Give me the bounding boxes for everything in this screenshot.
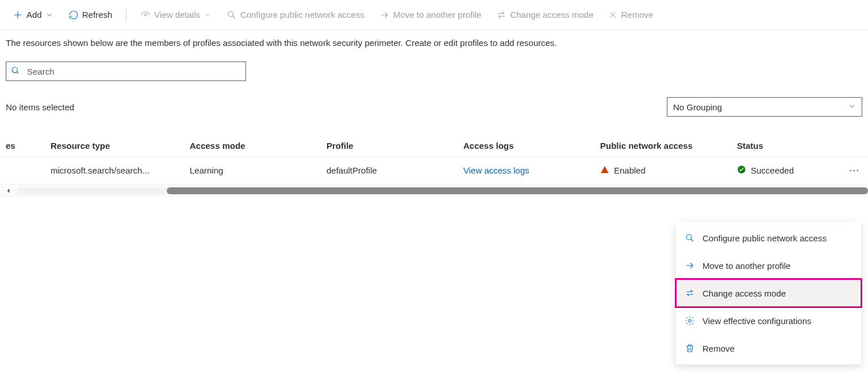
warning-icon (600, 165, 609, 176)
menu-label: Move to another profile (702, 261, 790, 271)
cell-access-mode: Learning (190, 166, 327, 175)
search-wrap (0, 53, 868, 81)
resources-table: es Resource type Access mode Profile Acc… (0, 121, 868, 197)
search-icon (11, 66, 20, 77)
menu-label: Configure public network access (702, 233, 827, 243)
refresh-button[interactable]: Refresh (63, 6, 118, 24)
col-status[interactable]: Status (737, 141, 843, 151)
success-icon (737, 165, 746, 176)
col-resource-type[interactable]: Resource type (51, 141, 190, 151)
scroll-track[interactable] (17, 187, 868, 194)
chevron-down-icon (203, 11, 212, 19)
col-pna[interactable]: Public network access (600, 141, 737, 151)
globe-config-icon (226, 10, 237, 20)
refresh-label: Refresh (82, 10, 113, 20)
view-access-logs-link[interactable]: View access logs (463, 166, 529, 175)
gear-icon (684, 315, 696, 326)
separator (126, 9, 126, 21)
search-box[interactable] (6, 61, 246, 81)
svg-point-5 (689, 320, 692, 322)
change-access-button: Change access mode (490, 6, 599, 24)
cell-profile: defaultProfile (327, 166, 463, 175)
scroll-left-arrow[interactable] (0, 187, 17, 194)
row-more-button[interactable]: ··· (849, 166, 860, 175)
menu-label: Change access mode (702, 288, 786, 298)
cell-pna: Enabled (614, 166, 646, 175)
grouping-value: No Grouping (673, 102, 722, 112)
menu-view-effective[interactable]: View effective configurations (676, 307, 861, 334)
swap-icon (496, 10, 506, 20)
configure-pna-button: Configure public network access (221, 6, 370, 24)
remove-label: Remove (621, 10, 653, 20)
grouping-select[interactable]: No Grouping (667, 97, 862, 117)
col-access-logs[interactable]: Access logs (463, 141, 600, 151)
table-row[interactable]: microsoft.search/search... Learning defa… (0, 157, 868, 184)
menu-configure-pna[interactable]: Configure public network access (676, 224, 861, 252)
menu-label: Remove (702, 344, 735, 353)
arrow-right-icon (684, 260, 696, 271)
eye-icon (140, 10, 151, 20)
selection-text: No items selected (6, 102, 74, 112)
add-button[interactable]: Add (7, 6, 59, 24)
menu-label: View effective configurations (702, 316, 812, 326)
remove-button: Remove (602, 6, 659, 23)
cell-status: Succeeded (751, 166, 794, 175)
add-label: Add (26, 10, 42, 20)
globe-config-icon (684, 233, 696, 243)
refresh-icon (68, 10, 79, 20)
arrow-right-icon (379, 10, 390, 20)
description-text: The resources shown below are the member… (0, 30, 868, 53)
svg-point-0 (145, 14, 147, 16)
scroll-thumb[interactable] (167, 187, 868, 194)
trash-icon (684, 343, 696, 353)
chevron-down-icon (45, 11, 53, 19)
command-bar: Add Refresh View details Configure publi… (0, 0, 868, 30)
view-details-label: View details (154, 10, 200, 20)
horizontal-scrollbar[interactable] (0, 184, 868, 197)
view-details-button: View details (135, 6, 217, 24)
plus-icon (13, 10, 23, 20)
search-input[interactable] (26, 66, 241, 77)
menu-move-profile[interactable]: Move to another profile (676, 252, 861, 279)
col-profile[interactable]: Profile (327, 141, 463, 151)
col-es[interactable]: es (0, 141, 51, 151)
svg-point-2 (12, 67, 17, 72)
table-header: es Resource type Access mode Profile Acc… (0, 135, 868, 157)
chevron-down-icon (848, 102, 856, 112)
menu-change-access[interactable]: Change access mode (676, 279, 861, 307)
swap-icon (684, 288, 696, 298)
move-profile-label: Move to another profile (393, 10, 481, 20)
close-icon (608, 10, 617, 20)
col-access-mode[interactable]: Access mode (190, 141, 327, 151)
change-access-label: Change access mode (510, 10, 593, 20)
selection-row: No items selected No Grouping (0, 81, 868, 121)
menu-remove[interactable]: Remove (676, 334, 861, 362)
configure-pna-label: Configure public network access (240, 10, 364, 20)
cell-resource-type: microsoft.search/search... (51, 166, 190, 175)
move-profile-button: Move to another profile (374, 6, 487, 24)
row-context-menu: Configure public network access Move to … (676, 222, 861, 364)
